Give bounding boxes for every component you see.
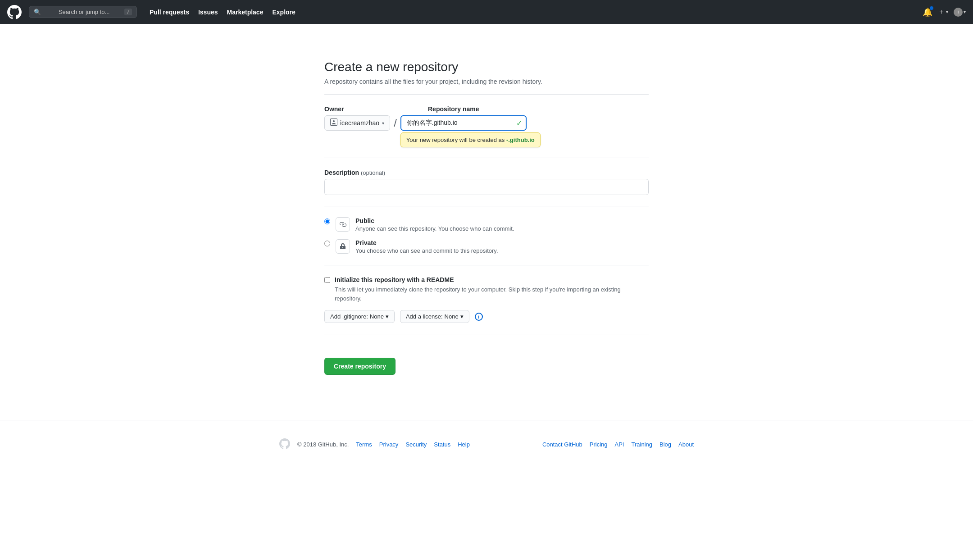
- plus-icon: ＋: [938, 7, 945, 17]
- nav-explore[interactable]: Explore: [268, 6, 299, 18]
- owner-repo-row: icecreamzhao ▾ / ✓ Your new repository w…: [324, 115, 649, 131]
- create-repository-button[interactable]: Create repository: [324, 358, 396, 375]
- owner-select[interactable]: icecreamzhao ▾: [324, 115, 390, 131]
- notifications-button[interactable]: 🔔: [923, 7, 932, 17]
- github-logo[interactable]: [7, 5, 22, 19]
- public-text: Public Anyone can see this repository. Y…: [355, 217, 514, 232]
- description-section: Description (optional): [324, 169, 649, 195]
- slash-separator: /: [390, 115, 400, 131]
- search-shortcut: /: [124, 9, 132, 15]
- footer-link-api[interactable]: API: [615, 441, 624, 448]
- gitignore-chevron-icon: ▾: [386, 313, 389, 320]
- init-option[interactable]: Initialize this repository with a README…: [324, 276, 649, 303]
- private-title: Private: [355, 239, 498, 246]
- license-info-icon[interactable]: i: [475, 313, 483, 321]
- nav-issues[interactable]: Issues: [195, 6, 222, 18]
- gitignore-dropdown[interactable]: Add .gitignore: None ▾: [324, 310, 395, 323]
- footer-inner: © 2018 GitHub, Inc. Terms Privacy Securi…: [261, 438, 712, 451]
- repo-name-input[interactable]: [400, 115, 527, 131]
- license-label: Add a license:: [406, 313, 443, 320]
- visibility-section: Public Anyone can see this repository. Y…: [324, 217, 649, 254]
- description-input[interactable]: [324, 179, 649, 195]
- private-radio[interactable]: [324, 241, 330, 246]
- avatar: i: [954, 8, 963, 17]
- owner-avatar-icon: [330, 118, 337, 127]
- footer-link-privacy[interactable]: Privacy: [379, 441, 399, 448]
- gitignore-value: None: [370, 313, 384, 320]
- init-section: Initialize this repository with a README…: [324, 276, 649, 323]
- notification-dot: [930, 6, 933, 10]
- field-labels-row: Owner Repository name: [324, 105, 649, 113]
- repo-name-wrap: ✓ Your new repository will be created as…: [400, 115, 527, 131]
- public-desc: Anyone can see this repository. You choo…: [355, 225, 514, 232]
- title-divider: [324, 94, 649, 95]
- search-icon: 🔍: [34, 9, 41, 15]
- private-text: Private You choose who can see and commi…: [355, 239, 498, 254]
- navbar-right: 🔔 ＋ ▾ i ▾: [923, 7, 966, 17]
- nav-links: Pull requests Issues Marketplace Explore: [146, 6, 299, 18]
- footer-link-status[interactable]: Status: [434, 441, 450, 448]
- init-desc: This will let you immediately clone the …: [335, 285, 649, 303]
- owner-chevron-icon: ▾: [382, 121, 384, 126]
- search-placeholder: Search or jump to...: [59, 9, 109, 15]
- public-title: Public: [355, 217, 514, 224]
- repo-name-tooltip: Your new repository will be created as -…: [400, 132, 541, 147]
- init-text: Initialize this repository with a README…: [335, 276, 649, 303]
- footer-left: © 2018 GitHub, Inc. Terms Privacy Securi…: [279, 438, 470, 451]
- main-content: Create a new repository A repository con…: [315, 42, 658, 393]
- footer-link-help[interactable]: Help: [458, 441, 470, 448]
- footer-links-right: Contact GitHub Pricing API Training Blog…: [542, 441, 694, 448]
- user-menu-button[interactable]: i ▾: [954, 8, 966, 17]
- private-desc: You choose who can see and commit to thi…: [355, 247, 498, 254]
- footer-github-logo: [279, 438, 290, 451]
- nav-marketplace[interactable]: Marketplace: [223, 6, 267, 18]
- footer-link-blog[interactable]: Blog: [659, 441, 671, 448]
- public-icon: [336, 217, 350, 232]
- section-divider-1: [324, 158, 649, 158]
- footer-copyright: © 2018 GitHub, Inc.: [297, 441, 349, 448]
- gitignore-label: Add .gitignore:: [330, 313, 368, 320]
- repo-name-label: Repository name: [428, 105, 479, 113]
- section-divider-4: [324, 334, 649, 334]
- page-title: Create a new repository: [324, 60, 649, 74]
- public-radio[interactable]: [324, 219, 330, 224]
- license-value: None: [445, 313, 459, 320]
- owner-label: Owner: [324, 105, 414, 113]
- description-label: Description (optional): [324, 169, 649, 176]
- navbar: 🔍 Search or jump to... / Pull requests I…: [0, 0, 973, 24]
- tooltip-repo: -.github.io: [506, 137, 535, 143]
- init-title: Initialize this repository with a README: [335, 276, 649, 283]
- tooltip-text: Your new repository will be created as: [406, 137, 505, 143]
- section-divider-3: [324, 265, 649, 265]
- footer-link-training[interactable]: Training: [632, 441, 652, 448]
- page-subtitle: A repository contains all the files for …: [324, 78, 649, 85]
- init-checkbox[interactable]: [324, 277, 330, 283]
- footer-link-about[interactable]: About: [678, 441, 694, 448]
- nav-pull-requests[interactable]: Pull requests: [146, 6, 193, 18]
- private-option[interactable]: Private You choose who can see and commi…: [324, 239, 649, 254]
- dropdowns-row: Add .gitignore: None ▾ Add a license: No…: [324, 310, 649, 323]
- new-menu-button[interactable]: ＋ ▾: [938, 7, 948, 17]
- search-bar[interactable]: 🔍 Search or jump to... /: [29, 6, 137, 18]
- user-chevron-icon: ▾: [964, 9, 966, 14]
- footer-link-security[interactable]: Security: [405, 441, 427, 448]
- footer-links-left: Terms Privacy Security Status Help: [356, 441, 470, 448]
- public-option[interactable]: Public Anyone can see this repository. Y…: [324, 217, 649, 232]
- slash-label: [414, 105, 428, 113]
- plus-chevron: ▾: [946, 9, 948, 14]
- repo-name-valid-icon: ✓: [516, 119, 522, 127]
- footer: © 2018 GitHub, Inc. Terms Privacy Securi…: [0, 420, 973, 460]
- repo-name-input-wrap: ✓: [400, 115, 527, 131]
- owner-name-text: icecreamzhao: [340, 119, 379, 127]
- footer-link-terms[interactable]: Terms: [356, 441, 372, 448]
- license-chevron-icon: ▾: [460, 313, 464, 320]
- footer-link-contact[interactable]: Contact GitHub: [542, 441, 582, 448]
- footer-link-pricing[interactable]: Pricing: [590, 441, 608, 448]
- private-icon: [336, 239, 350, 254]
- section-divider-2: [324, 206, 649, 206]
- license-dropdown[interactable]: Add a license: None ▾: [400, 310, 469, 323]
